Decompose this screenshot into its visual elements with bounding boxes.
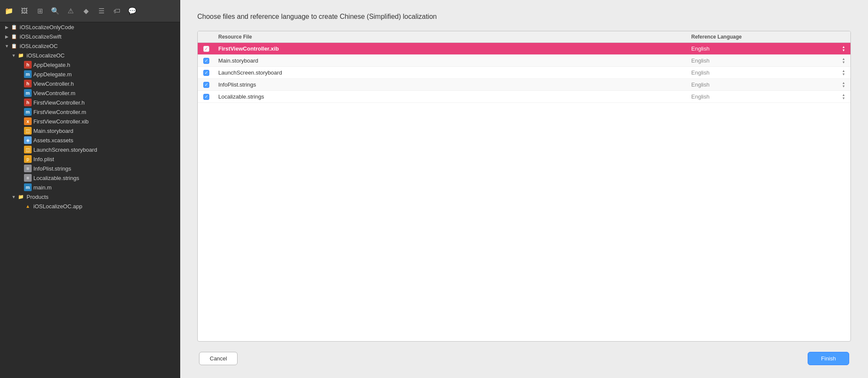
nav-item-appdelegate-m[interactable]: mAppDelegate.m [0, 69, 180, 79]
resource-cell: LaunchScreen.storyboard [215, 69, 688, 76]
warning-icon[interactable]: ⚠ [66, 6, 75, 16]
language-stepper[interactable]: ▲▼ [840, 45, 847, 52]
row-checkbox[interactable]: ✓ [203, 58, 209, 64]
folder-icon: 📁 [17, 193, 25, 201]
bookmark-icon[interactable]: ◆ [81, 6, 91, 16]
language-stepper[interactable]: ▲▼ [840, 93, 847, 100]
nav-item-viewcontroller-m[interactable]: mViewController.m [0, 88, 180, 98]
table-body: ✓FirstViewController.xibEnglish▲▼✓Main.s… [198, 43, 850, 341]
language-stepper[interactable]: ▲▼ [840, 57, 847, 64]
resource-cell: Main.storyboard [215, 57, 688, 64]
language-stepper[interactable]: ▲▼ [840, 81, 847, 88]
nav-item-label: InfoPlist.strings [33, 165, 176, 172]
stepper-down[interactable]: ▼ [840, 73, 847, 76]
nav-item-label: FirstViewController.xib [33, 118, 176, 125]
image-viewer-icon[interactable]: 🖼 [20, 6, 29, 16]
project-icon: 📋 [10, 42, 18, 50]
chat-icon[interactable]: 💬 [128, 6, 137, 16]
nav-item-label: iOSLocalizeOC.app [33, 203, 176, 210]
stepper-down[interactable]: ▼ [840, 61, 847, 64]
xib-icon: x [24, 117, 32, 125]
language-stepper[interactable]: ▲▼ [840, 69, 847, 76]
language-cell[interactable]: English▲▼ [688, 93, 850, 100]
dialog-footer: Cancel Finish [197, 352, 851, 365]
nav-item-products[interactable]: ▼📁Products [0, 192, 180, 201]
nav-item-label: iOSLocalizeSwift [20, 33, 176, 40]
nav-item-viewcontroller-h[interactable]: hViewController.h [0, 79, 180, 88]
nav-item-ioslocalizeonlycode[interactable]: ▶📋iOSLocalizeOnlyCode [0, 22, 180, 32]
m-icon: m [24, 108, 32, 116]
resource-cell: InfoPlist.strings [215, 81, 688, 88]
table-row[interactable]: ✓LaunchScreen.storyboardEnglish▲▼ [198, 67, 850, 79]
nav-item-label: FirstViewController.h [33, 99, 176, 106]
nav-item-main-m[interactable]: mmain.m [0, 183, 180, 192]
nav-item-label: Assets.xcassets [33, 137, 176, 144]
nav-item-label: LaunchScreen.storyboard [33, 147, 176, 153]
nav-item-infoplist-strings[interactable]: ≡InfoPlist.strings [0, 164, 180, 173]
tag-icon[interactable]: 🏷 [112, 6, 122, 16]
navigator-panel: 📁 🖼 ⊞ 🔍 ⚠ ◆ ☰ 🏷 💬 ▶📋iOSLocalizeOnlyCode▶… [0, 0, 180, 378]
row-checkbox[interactable]: ✓ [203, 46, 209, 52]
nav-item-ioslocalizeoc-app[interactable]: ▲iOSLocalizeOC.app [0, 201, 180, 211]
dialog-title: Choose files and reference language to c… [197, 13, 851, 21]
expand-arrow[interactable]: ▼ [3, 42, 10, 49]
folder-icon: 📁 [17, 51, 25, 59]
list-icon[interactable]: ☰ [97, 6, 106, 16]
language-cell[interactable]: English▲▼ [688, 45, 850, 52]
expand-arrow[interactable]: ▶ [3, 24, 10, 30]
storyboard-icon: ◫ [24, 127, 32, 135]
grid-layout-icon[interactable]: ⊞ [35, 6, 45, 16]
table-row[interactable]: ✓FirstViewController.xibEnglish▲▼ [198, 43, 850, 55]
row-checkbox[interactable]: ✓ [203, 70, 209, 76]
language-cell[interactable]: English▲▼ [688, 81, 850, 88]
nav-item-assets-xcassets[interactable]: ◈Assets.xcassets [0, 135, 180, 145]
nav-item-main-storyboard[interactable]: ◫Main.storyboard [0, 126, 180, 135]
m-icon: m [24, 70, 32, 78]
nav-item-ioslocalizeoc-group[interactable]: ▼📁iOSLocalizeOC [0, 51, 180, 60]
language-cell[interactable]: English▲▼ [688, 57, 850, 64]
cancel-button[interactable]: Cancel [199, 352, 238, 365]
nav-item-label: FirstViewController.m [33, 109, 176, 115]
nav-item-label: AppDelegate.m [33, 71, 176, 78]
expand-arrow[interactable]: ▼ [10, 193, 17, 200]
nav-item-label: iOSLocalizeOC [20, 43, 176, 49]
finish-button[interactable]: Finish [808, 352, 849, 365]
language-value: English [691, 93, 710, 100]
app-icon: ▲ [24, 202, 32, 210]
nav-item-firstviewcontroller-h[interactable]: hFirstViewController.h [0, 98, 180, 107]
nav-item-label: AppDelegate.h [33, 62, 176, 68]
row-checkbox[interactable]: ✓ [203, 82, 209, 88]
nav-item-firstviewcontroller-xib[interactable]: xFirstViewController.xib [0, 117, 180, 126]
search-icon[interactable]: 🔍 [51, 6, 60, 16]
nav-item-localizable-strings[interactable]: ≡Localizable.strings [0, 173, 180, 183]
table-row[interactable]: ✓InfoPlist.stringsEnglish▲▼ [198, 79, 850, 91]
nav-item-appdelegate-h[interactable]: hAppDelegate.h [0, 60, 180, 69]
header-check-col [198, 34, 215, 40]
folder-open-icon[interactable]: 📁 [4, 6, 14, 16]
nav-item-ioslocalizeswift[interactable]: ▶📋iOSLocalizeSwift [0, 32, 180, 41]
expand-arrow[interactable]: ▶ [3, 33, 10, 40]
nav-item-firstviewcontroller-m[interactable]: mFirstViewController.m [0, 107, 180, 117]
stepper-down[interactable]: ▼ [840, 97, 847, 100]
nav-item-launchscreen-storyboard[interactable]: ◫LaunchScreen.storyboard [0, 145, 180, 154]
nav-item-label: iOSLocalizeOC [27, 52, 176, 59]
stepper-down[interactable]: ▼ [840, 85, 847, 88]
table-row[interactable]: ✓Localizable.stringsEnglish▲▼ [198, 91, 850, 103]
table-header: Resource File Reference Language [198, 31, 850, 43]
resource-cell: FirstViewController.xib [215, 45, 688, 52]
file-navigator: ▶📋iOSLocalizeOnlyCode▶📋iOSLocalizeSwift▼… [0, 22, 180, 378]
row-checkbox[interactable]: ✓ [203, 94, 209, 100]
language-cell[interactable]: English▲▼ [688, 69, 850, 76]
strings-icon: ≡ [24, 165, 32, 172]
nav-item-label: iOSLocalizeOnlyCode [20, 24, 176, 30]
nav-item-info-plist[interactable]: pInfo.plist [0, 154, 180, 164]
nav-item-label: ViewController.h [33, 81, 176, 87]
table-row[interactable]: ✓Main.storyboardEnglish▲▼ [198, 55, 850, 67]
nav-item-ioslocalizeoc-root[interactable]: ▼📋iOSLocalizeOC [0, 41, 180, 51]
m-icon: m [24, 183, 32, 191]
nav-item-label: Main.storyboard [33, 128, 176, 134]
language-value: English [691, 57, 710, 64]
nav-item-label: Products [27, 194, 176, 200]
stepper-down[interactable]: ▼ [840, 49, 847, 52]
expand-arrow[interactable]: ▼ [10, 52, 17, 59]
